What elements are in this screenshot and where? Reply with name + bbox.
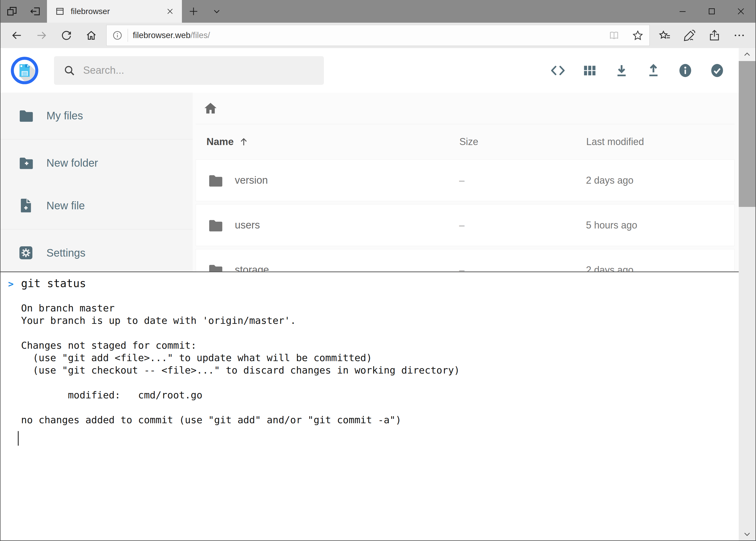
check-circle-icon [709, 63, 725, 78]
code-brackets-icon [550, 63, 566, 78]
maximize-icon [707, 7, 716, 16]
more-options-button[interactable] [727, 23, 752, 48]
file-modified: 2 days ago [586, 175, 724, 186]
scroll-down-button[interactable] [739, 527, 755, 540]
titlebar-spacer [228, 0, 668, 23]
terminal-output-line: modified: cmd/root.go [1, 389, 755, 401]
browser-window: filebrowser [0, 0, 756, 541]
site-info-icon[interactable] [112, 30, 123, 41]
plus-icon [188, 6, 199, 17]
scroll-up-button[interactable] [739, 48, 755, 61]
filebrowser-header [1, 48, 739, 93]
folder-icon [207, 217, 224, 234]
share-icon [708, 29, 721, 42]
terminal-panel[interactable]: > git status On branch master Your branc… [1, 271, 755, 540]
breadcrumb [196, 93, 735, 124]
sidebar-item-settings[interactable]: Settings [1, 232, 193, 274]
file-size: – [459, 220, 586, 231]
file-size: – [459, 175, 586, 186]
search-input[interactable] [83, 65, 315, 76]
terminal-output-line: Changes not staged for commit: [1, 339, 755, 352]
column-header-modified[interactable]: Last modified [586, 136, 724, 148]
select-multiple-button[interactable] [708, 62, 726, 79]
address-bar[interactable]: filebrowser.web/files/ [106, 25, 650, 46]
grid-view-icon [583, 63, 597, 78]
raw-code-view-button[interactable] [549, 62, 567, 79]
url-host: filebrowser.web [133, 31, 190, 40]
list-header: Name Size Last modified [196, 124, 735, 159]
set-tabs-aside-button[interactable] [24, 0, 47, 23]
sidebar-item-new-folder[interactable]: New folder [1, 142, 193, 184]
file-row-version[interactable]: version – 2 days ago [196, 159, 735, 201]
upload-button[interactable] [645, 62, 662, 79]
browser-tab[interactable]: filebrowser [47, 0, 182, 23]
annotate-button[interactable] [677, 23, 702, 48]
hub-star-list-icon [658, 29, 671, 42]
forward-button[interactable] [29, 23, 54, 48]
tab-preview-button[interactable] [1, 0, 24, 23]
new-folder-icon [17, 154, 35, 172]
file-modified: 5 hours ago [586, 220, 724, 231]
scrollbar-thumb[interactable] [739, 61, 755, 207]
tab-title: filebrowser [71, 7, 158, 16]
column-name-label: Name [206, 136, 234, 148]
grid-view-button[interactable] [581, 62, 599, 79]
refresh-button[interactable] [54, 23, 79, 48]
new-tab-button[interactable] [182, 0, 205, 23]
terminal-cursor [18, 431, 19, 446]
terminal-output-line: Your branch is up to date with 'origin/m… [1, 314, 755, 327]
favorites-hub-button[interactable] [652, 23, 677, 48]
file-name: version [235, 175, 268, 186]
back-button[interactable] [4, 23, 29, 48]
home-icon [85, 29, 98, 42]
add-favorite-button[interactable] [629, 26, 647, 45]
more-dots-icon [733, 29, 746, 42]
breadcrumb-home-button[interactable] [203, 101, 218, 116]
info-circle-icon [677, 63, 693, 78]
tab-close-button[interactable] [164, 5, 176, 17]
terminal-output-line [1, 376, 755, 389]
tab-preview-icon [6, 5, 18, 17]
page-viewport: My files New folder New file Settings [1, 48, 755, 540]
terminal-command-line: > git status [1, 277, 755, 289]
filebrowser-logo[interactable] [10, 56, 39, 85]
page-scrollbar[interactable] [739, 48, 755, 540]
download-button[interactable] [613, 62, 630, 79]
sort-ascending-icon [238, 136, 249, 148]
star-icon [632, 29, 644, 41]
close-icon [736, 6, 746, 16]
sidebar-item-new-file[interactable]: New file [1, 184, 193, 227]
tab-favicon-icon [55, 6, 65, 16]
minimize-icon [677, 6, 688, 16]
folder-icon [207, 172, 224, 189]
pen-icon [683, 29, 696, 42]
address-bar-divider [127, 29, 128, 42]
share-button[interactable] [702, 23, 727, 48]
home-button[interactable] [79, 23, 104, 48]
set-aside-icon [29, 5, 41, 17]
titlebar: filebrowser [1, 0, 755, 23]
info-button[interactable] [677, 62, 694, 79]
url-path: /files/ [190, 31, 210, 40]
terminal-output-line: no changes added to commit (use "git add… [1, 414, 755, 426]
chevron-down-icon [742, 529, 752, 539]
forward-arrow-icon [35, 29, 48, 42]
column-header-size[interactable]: Size [459, 136, 586, 148]
terminal-output-line: (use "git add <file>..." to update what … [1, 352, 755, 364]
upload-icon [646, 63, 661, 78]
tab-list-dropdown-button[interactable] [205, 0, 228, 23]
close-window-button[interactable] [726, 0, 755, 23]
terminal-output-line: On branch master [1, 302, 755, 314]
search-bar[interactable] [54, 56, 324, 85]
minimize-button[interactable] [668, 0, 697, 23]
file-row-users[interactable]: users – 5 hours ago [196, 204, 735, 246]
chevron-down-icon [211, 6, 222, 17]
new-file-icon [17, 197, 35, 214]
download-icon [614, 63, 629, 78]
search-icon [63, 64, 76, 77]
maximize-button[interactable] [697, 0, 726, 23]
sidebar-item-my-files[interactable]: My files [1, 94, 193, 137]
reading-view-button[interactable] [605, 26, 624, 45]
sidebar-item-label: New file [46, 200, 85, 212]
column-header-name[interactable]: Name [206, 136, 459, 148]
